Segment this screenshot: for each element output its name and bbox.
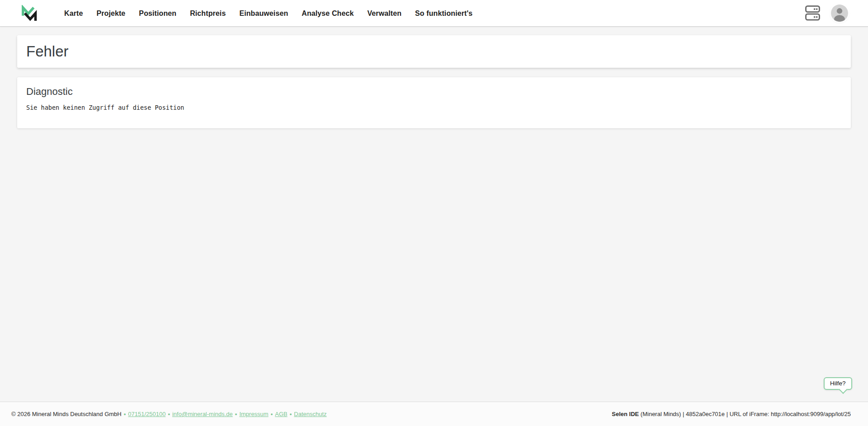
footer-left: © 2026 Mineral Minds Deutschland GmbH•07…	[11, 411, 327, 417]
diagnostic-heading: Diagnostic	[26, 86, 842, 98]
mineral-minds-logo[interactable]	[21, 5, 37, 22]
footer: © 2026 Mineral Minds Deutschland GmbH•07…	[0, 402, 868, 426]
main-content: Fehler Diagnostic Sie haben keinen Zugri…	[0, 27, 868, 402]
nav-item-positionen[interactable]: Positionen	[139, 0, 176, 27]
help-button[interactable]: Hilfe?	[824, 377, 852, 390]
footer-link-phone[interactable]: 07151/250100	[128, 411, 165, 417]
nav-item-so-funktionierts[interactable]: So funktioniert's	[415, 0, 472, 27]
footer-separator: •	[122, 411, 128, 417]
footer-link-impressum[interactable]: Impressum	[239, 411, 268, 417]
user-silhouette-icon	[831, 5, 848, 22]
footer-link-datenschutz[interactable]: Datenschutz	[294, 411, 326, 417]
diagnostic-message: Sie haben keinen Zugriff auf diese Posit…	[26, 104, 842, 111]
nav-item-richtpreis[interactable]: Richtpreis	[190, 0, 226, 27]
ide-name: Selen IDE	[612, 411, 639, 417]
top-navigation-bar: Karte Projekte Positionen Richtpreis Ein…	[0, 0, 868, 27]
server-stack-icon[interactable]	[805, 5, 820, 21]
main-nav: Karte Projekte Positionen Richtpreis Ein…	[64, 0, 472, 27]
header-actions	[805, 5, 848, 22]
user-avatar[interactable]	[831, 5, 848, 22]
nav-item-projekte[interactable]: Projekte	[96, 0, 125, 27]
footer-right: Selen IDE (Mineral Minds) | 4852a0ec701e…	[612, 411, 851, 417]
copyright-text: © 2026 Mineral Minds Deutschland GmbH	[11, 411, 122, 417]
footer-separator: •	[165, 411, 172, 417]
nav-item-einbauweisen[interactable]: Einbauweisen	[239, 0, 288, 27]
footer-link-agb[interactable]: AGB	[275, 411, 287, 417]
ide-details: (Mineral Minds) | 4852a0ec701e | URL of …	[639, 411, 851, 417]
page-title: Fehler	[26, 43, 69, 60]
footer-link-email[interactable]: info@mineral-minds.de	[172, 411, 233, 417]
footer-separator: •	[288, 411, 294, 417]
nav-item-karte[interactable]: Karte	[64, 0, 83, 27]
help-button-label: Hilfe?	[830, 380, 846, 387]
footer-separator: •	[269, 411, 275, 417]
nav-item-verwalten[interactable]: Verwalten	[367, 0, 401, 27]
nav-item-analyse-check[interactable]: Analyse Check	[302, 0, 354, 27]
footer-separator: •	[233, 411, 240, 417]
page-title-card: Fehler	[17, 35, 851, 68]
diagnostic-card: Diagnostic Sie haben keinen Zugriff auf …	[17, 77, 851, 128]
